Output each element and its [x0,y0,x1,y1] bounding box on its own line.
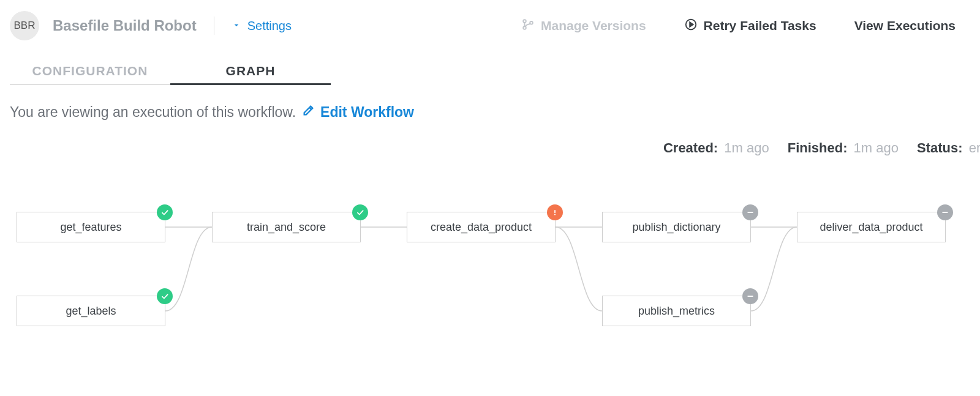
meta-finished-value: 1m ago [854,140,899,155]
graph-node-deliver_data_product[interactable]: deliver_data_product [797,212,946,242]
view-executions-label: View Executions [854,18,956,33]
meta-created-value: 1m ago [724,140,769,155]
viewing-text: You are viewing an execution of this wor… [10,104,296,121]
graph-node-label: create_data_product [431,221,532,234]
meta-status-label: Status: [917,140,963,155]
graph-node-get_features[interactable]: get_features [17,212,165,242]
edit-workflow-button[interactable]: Edit Workflow [302,103,414,121]
meta-status: Status: error [917,140,980,156]
graph-node-label: train_and_score [247,221,326,234]
error-status-icon [547,204,563,220]
header-bar: BBR Basefile Build Robot Settings Manage… [0,0,980,51]
settings-label: Settings [247,19,292,33]
chevron-down-icon [232,19,241,33]
manage-versions-label: Manage Versions [541,18,646,33]
success-status-icon [157,204,173,220]
avatar: BBR [10,11,39,40]
meta-created: Created: 1m ago [663,140,769,156]
meta-finished: Finished: 1m ago [788,140,899,156]
graph-node-train_and_score[interactable]: train_and_score [212,212,361,242]
tab-graph[interactable]: Graph [170,59,331,85]
graph-node-label: publish_metrics [638,305,715,318]
workflow-name: Basefile Build Robot [53,17,197,34]
pending-status-icon [742,288,758,304]
edit-icon [302,103,315,121]
meta-finished-label: Finished: [788,140,848,155]
svg-rect-8 [942,212,948,213]
graph-node-label: publish_dictionary [632,221,720,234]
graph-node-label: deliver_data_product [820,221,922,234]
divider [214,17,214,35]
view-executions-button[interactable]: View Executions [854,18,956,33]
edit-workflow-label: Edit Workflow [320,104,414,121]
tab-configuration[interactable]: Configuration [10,59,170,85]
pending-status-icon [742,204,758,220]
graph-canvas[interactable]: get_featuresget_labelstrain_and_scorecre… [0,184,980,386]
pending-status-icon [937,204,953,220]
svg-point-2 [530,21,533,24]
svg-rect-6 [747,212,753,213]
svg-rect-4 [554,210,556,213]
graph-node-create_data_product[interactable]: create_data_product [407,212,556,242]
success-status-icon [352,204,368,220]
settings-button[interactable]: Settings [232,19,292,33]
tabs: Configuration Graph [10,59,980,85]
meta-created-label: Created: [663,140,718,155]
graph-node-publish_metrics[interactable]: publish_metrics [602,296,751,326]
retry-failed-label: Retry Failed Tasks [704,18,816,33]
svg-rect-7 [747,296,753,297]
success-status-icon [157,288,173,304]
svg-point-0 [523,20,526,23]
info-line: You are viewing an execution of this wor… [10,103,980,121]
svg-point-1 [523,26,526,29]
retry-failed-button[interactable]: Retry Failed Tasks [684,18,816,34]
graph-node-label: get_labels [66,305,116,318]
svg-point-5 [554,214,556,215]
graph-edge [556,227,602,311]
graph-node-publish_dictionary[interactable]: publish_dictionary [602,212,751,242]
play-circle-icon [684,18,698,34]
meta-line: Created: 1m ago Finished: 1m ago Status:… [0,140,980,156]
graph-node-label: get_features [60,221,121,234]
manage-versions-button[interactable]: Manage Versions [521,18,646,34]
graph-node-get_labels[interactable]: get_labels [17,296,165,326]
branch-icon [521,18,535,34]
meta-status-value: error [969,140,980,155]
